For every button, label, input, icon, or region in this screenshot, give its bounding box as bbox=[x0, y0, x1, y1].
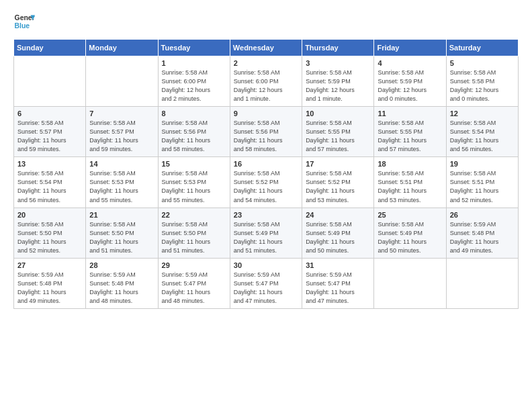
day-cell: 13Sunrise: 5:58 AM Sunset: 5:54 PM Dayli… bbox=[14, 157, 86, 208]
day-cell: 11Sunrise: 5:58 AM Sunset: 5:55 PM Dayli… bbox=[374, 107, 446, 157]
day-info: Sunrise: 5:58 AM Sunset: 5:50 PM Dayligh… bbox=[162, 220, 226, 255]
day-number: 7 bbox=[89, 109, 154, 118]
weekday-header-monday: Monday bbox=[86, 40, 158, 56]
day-number: 8 bbox=[162, 109, 226, 118]
day-number: 28 bbox=[89, 261, 154, 269]
day-cell: 1Sunrise: 5:58 AM Sunset: 6:00 PM Daylig… bbox=[158, 56, 230, 107]
day-cell bbox=[14, 56, 86, 107]
day-info: Sunrise: 5:58 AM Sunset: 5:55 PM Dayligh… bbox=[306, 119, 370, 154]
calendar-table: SundayMondayTuesdayWednesdayThursdayFrid… bbox=[13, 39, 519, 309]
day-info: Sunrise: 5:58 AM Sunset: 5:57 PM Dayligh… bbox=[89, 119, 154, 154]
day-cell: 22Sunrise: 5:58 AM Sunset: 5:50 PM Dayli… bbox=[158, 208, 230, 258]
weekday-header-saturday: Saturday bbox=[446, 40, 518, 56]
week-row-5: 27Sunrise: 5:59 AM Sunset: 5:48 PM Dayli… bbox=[14, 258, 519, 308]
day-info: Sunrise: 5:58 AM Sunset: 5:56 PM Dayligh… bbox=[234, 119, 298, 154]
day-number: 26 bbox=[450, 211, 515, 219]
day-number: 6 bbox=[17, 109, 82, 118]
day-number: 29 bbox=[162, 261, 226, 269]
day-info: Sunrise: 5:58 AM Sunset: 6:00 PM Dayligh… bbox=[162, 68, 226, 103]
day-info: Sunrise: 5:58 AM Sunset: 5:49 PM Dayligh… bbox=[378, 220, 442, 255]
day-cell: 6Sunrise: 5:58 AM Sunset: 5:57 PM Daylig… bbox=[14, 107, 86, 157]
day-info: Sunrise: 5:59 AM Sunset: 5:48 PM Dayligh… bbox=[89, 271, 154, 306]
day-cell bbox=[86, 56, 158, 107]
logo: General Blue bbox=[13, 11, 35, 32]
day-cell bbox=[374, 258, 446, 308]
day-info: Sunrise: 5:58 AM Sunset: 5:50 PM Dayligh… bbox=[17, 220, 82, 255]
day-number: 19 bbox=[450, 160, 515, 168]
day-info: Sunrise: 5:58 AM Sunset: 5:51 PM Dayligh… bbox=[450, 169, 515, 204]
day-cell: 2Sunrise: 5:58 AM Sunset: 6:00 PM Daylig… bbox=[230, 56, 302, 107]
day-number: 12 bbox=[450, 109, 515, 118]
day-number: 25 bbox=[378, 211, 442, 219]
weekday-header-tuesday: Tuesday bbox=[158, 40, 230, 56]
day-cell: 20Sunrise: 5:58 AM Sunset: 5:50 PM Dayli… bbox=[14, 208, 86, 258]
weekday-header-thursday: Thursday bbox=[302, 40, 374, 56]
day-info: Sunrise: 5:58 AM Sunset: 5:50 PM Dayligh… bbox=[89, 220, 154, 255]
day-cell: 19Sunrise: 5:58 AM Sunset: 5:51 PM Dayli… bbox=[446, 157, 518, 208]
day-number: 27 bbox=[17, 261, 82, 269]
day-number: 3 bbox=[306, 59, 370, 67]
day-cell bbox=[446, 258, 518, 308]
day-info: Sunrise: 5:59 AM Sunset: 5:47 PM Dayligh… bbox=[234, 271, 298, 306]
day-cell: 24Sunrise: 5:58 AM Sunset: 5:49 PM Dayli… bbox=[302, 208, 374, 258]
day-number: 22 bbox=[162, 211, 226, 219]
day-info: Sunrise: 5:58 AM Sunset: 5:52 PM Dayligh… bbox=[234, 169, 298, 204]
day-number: 16 bbox=[234, 160, 298, 168]
day-number: 17 bbox=[306, 160, 370, 168]
day-info: Sunrise: 5:58 AM Sunset: 5:53 PM Dayligh… bbox=[89, 169, 154, 204]
svg-text:Blue: Blue bbox=[15, 22, 30, 30]
day-number: 11 bbox=[378, 109, 442, 118]
day-info: Sunrise: 5:58 AM Sunset: 5:54 PM Dayligh… bbox=[450, 119, 515, 154]
week-row-4: 20Sunrise: 5:58 AM Sunset: 5:50 PM Dayli… bbox=[14, 208, 519, 258]
weekday-header-sunday: Sunday bbox=[14, 40, 86, 56]
day-number: 14 bbox=[89, 160, 154, 168]
day-number: 31 bbox=[306, 261, 370, 269]
day-number: 15 bbox=[162, 160, 226, 168]
day-number: 9 bbox=[234, 109, 298, 118]
weekday-header-row: SundayMondayTuesdayWednesdayThursdayFrid… bbox=[14, 40, 519, 56]
day-cell: 29Sunrise: 5:59 AM Sunset: 5:47 PM Dayli… bbox=[158, 258, 230, 308]
day-cell: 10Sunrise: 5:58 AM Sunset: 5:55 PM Dayli… bbox=[302, 107, 374, 157]
day-info: Sunrise: 5:58 AM Sunset: 5:57 PM Dayligh… bbox=[17, 119, 82, 154]
day-number: 21 bbox=[89, 211, 154, 219]
day-cell: 28Sunrise: 5:59 AM Sunset: 5:48 PM Dayli… bbox=[86, 258, 158, 308]
day-cell: 14Sunrise: 5:58 AM Sunset: 5:53 PM Dayli… bbox=[86, 157, 158, 208]
week-row-2: 6Sunrise: 5:58 AM Sunset: 5:57 PM Daylig… bbox=[14, 107, 519, 157]
day-info: Sunrise: 5:58 AM Sunset: 5:51 PM Dayligh… bbox=[378, 169, 442, 204]
day-cell: 9Sunrise: 5:58 AM Sunset: 5:56 PM Daylig… bbox=[230, 107, 302, 157]
day-number: 10 bbox=[306, 109, 370, 118]
day-cell: 23Sunrise: 5:58 AM Sunset: 5:49 PM Dayli… bbox=[230, 208, 302, 258]
day-cell: 8Sunrise: 5:58 AM Sunset: 5:56 PM Daylig… bbox=[158, 107, 230, 157]
day-number: 5 bbox=[450, 59, 515, 67]
day-cell: 15Sunrise: 5:58 AM Sunset: 5:53 PM Dayli… bbox=[158, 157, 230, 208]
day-info: Sunrise: 5:58 AM Sunset: 5:59 PM Dayligh… bbox=[306, 68, 370, 103]
day-info: Sunrise: 5:59 AM Sunset: 5:48 PM Dayligh… bbox=[17, 271, 82, 306]
day-number: 18 bbox=[378, 160, 442, 168]
day-info: Sunrise: 5:58 AM Sunset: 6:00 PM Dayligh… bbox=[234, 68, 298, 103]
day-info: Sunrise: 5:58 AM Sunset: 5:54 PM Dayligh… bbox=[17, 169, 82, 204]
day-cell: 21Sunrise: 5:58 AM Sunset: 5:50 PM Dayli… bbox=[86, 208, 158, 258]
weekday-header-friday: Friday bbox=[374, 40, 446, 56]
day-info: Sunrise: 5:58 AM Sunset: 5:56 PM Dayligh… bbox=[162, 119, 226, 154]
header: General Blue bbox=[13, 11, 519, 32]
day-number: 1 bbox=[162, 59, 226, 67]
day-info: Sunrise: 5:58 AM Sunset: 5:52 PM Dayligh… bbox=[306, 169, 370, 204]
day-cell: 25Sunrise: 5:58 AM Sunset: 5:49 PM Dayli… bbox=[374, 208, 446, 258]
day-info: Sunrise: 5:58 AM Sunset: 5:49 PM Dayligh… bbox=[306, 220, 370, 255]
day-cell: 27Sunrise: 5:59 AM Sunset: 5:48 PM Dayli… bbox=[14, 258, 86, 308]
day-info: Sunrise: 5:58 AM Sunset: 5:49 PM Dayligh… bbox=[234, 220, 298, 255]
day-info: Sunrise: 5:58 AM Sunset: 5:59 PM Dayligh… bbox=[378, 68, 442, 103]
day-cell: 18Sunrise: 5:58 AM Sunset: 5:51 PM Dayli… bbox=[374, 157, 446, 208]
day-number: 20 bbox=[17, 211, 82, 219]
day-info: Sunrise: 5:58 AM Sunset: 5:58 PM Dayligh… bbox=[450, 68, 515, 103]
day-number: 30 bbox=[234, 261, 298, 269]
day-info: Sunrise: 5:58 AM Sunset: 5:55 PM Dayligh… bbox=[378, 119, 442, 154]
logo-icon: General Blue bbox=[13, 11, 35, 32]
day-info: Sunrise: 5:58 AM Sunset: 5:53 PM Dayligh… bbox=[162, 169, 226, 204]
day-cell: 30Sunrise: 5:59 AM Sunset: 5:47 PM Dayli… bbox=[230, 258, 302, 308]
day-cell: 12Sunrise: 5:58 AM Sunset: 5:54 PM Dayli… bbox=[446, 107, 518, 157]
day-cell: 26Sunrise: 5:59 AM Sunset: 5:48 PM Dayli… bbox=[446, 208, 518, 258]
day-cell: 4Sunrise: 5:58 AM Sunset: 5:59 PM Daylig… bbox=[374, 56, 446, 107]
day-cell: 31Sunrise: 5:59 AM Sunset: 5:47 PM Dayli… bbox=[302, 258, 374, 308]
day-info: Sunrise: 5:59 AM Sunset: 5:48 PM Dayligh… bbox=[450, 220, 515, 255]
